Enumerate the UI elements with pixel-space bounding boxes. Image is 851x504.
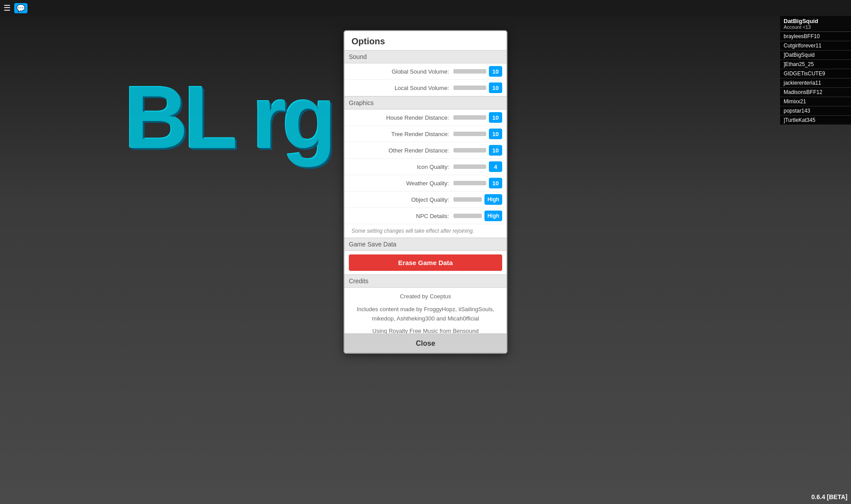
player-panel: DatBigSquid Account <13 brayleesBFF10 Cu… — [780, 16, 851, 125]
global-sound-volume-row: Global Sound Volume: 10 — [344, 63, 507, 80]
object-quality-slider[interactable] — [453, 197, 482, 202]
player-list-item: Cutgirlforever11 — [780, 41, 851, 51]
other-render-distance-label: Other Render Distance: — [351, 147, 453, 154]
global-sound-volume-label: Global Sound Volume: — [351, 68, 453, 75]
npc-details-row: NPC Details: High — [344, 208, 507, 224]
other-render-distance-control[interactable]: 10 — [453, 145, 502, 156]
icon-quality-value: 4 — [489, 161, 502, 172]
close-button[interactable]: Close — [344, 334, 507, 353]
dialog-title: Options — [344, 31, 507, 50]
object-quality-control[interactable]: High — [453, 194, 502, 205]
icon-quality-slider[interactable] — [453, 164, 486, 169]
menu-icon[interactable]: ☰ — [4, 3, 11, 13]
player-list-item: ]Ethan25_25 — [780, 60, 851, 69]
npc-details-control[interactable]: High — [453, 211, 502, 221]
sound-section-header: Sound — [344, 50, 507, 63]
npc-details-value: High — [484, 211, 502, 221]
tree-render-slider[interactable] — [453, 132, 486, 136]
weather-quality-value: 10 — [489, 178, 502, 188]
object-quality-label: Object Quality: — [351, 196, 453, 203]
house-render-distance-label: House Render Distance: — [351, 114, 453, 121]
icon-quality-control[interactable]: 4 — [453, 161, 502, 172]
player-list-item: brayleesBFF10 — [780, 32, 851, 41]
weather-quality-control[interactable]: 10 — [453, 178, 502, 188]
credits-content: Created by Coeptus Includes content made… — [344, 288, 507, 333]
dialog-body[interactable]: Sound Global Sound Volume: 10 Local Soun… — [344, 50, 507, 333]
local-sound-volume-label: Local Sound Volume: — [351, 85, 453, 91]
local-sound-value: 10 — [489, 82, 502, 93]
npc-details-slider[interactable] — [453, 214, 482, 218]
tree-render-distance-label: Tree Render Distance: — [351, 131, 453, 137]
player-list-item: ]DatBigSquid — [780, 51, 851, 60]
global-sound-value: 10 — [489, 66, 502, 77]
player-list-item: jackierenteria11 — [780, 78, 851, 88]
global-sound-volume-control[interactable]: 10 — [453, 66, 502, 77]
global-sound-slider[interactable] — [453, 69, 486, 74]
tree-render-distance-row: Tree Render Distance: 10 — [344, 126, 507, 142]
player-username: DatBigSquid — [784, 18, 847, 24]
object-quality-row: Object Quality: High — [344, 191, 507, 208]
house-render-distance-row: House Render Distance: 10 — [344, 109, 507, 126]
credits-section-header: Credits — [344, 274, 507, 288]
other-render-slider[interactable] — [453, 148, 486, 152]
icon-quality-row: Icon Quality: 4 — [344, 159, 507, 175]
player-list-item: Mimixx21 — [780, 97, 851, 106]
options-dialog: Options Sound Global Sound Volume: 10 Lo… — [344, 30, 507, 354]
modal-overlay: Options Sound Global Sound Volume: 10 Lo… — [0, 0, 851, 504]
icon-quality-label: Icon Quality: — [351, 164, 453, 170]
local-sound-slider[interactable] — [453, 86, 486, 90]
erase-game-data-button[interactable]: Erase Game Data — [349, 254, 502, 271]
graphics-section-header: Graphics — [344, 96, 507, 109]
notice-text: Some setting changes will take effect af… — [344, 224, 507, 238]
npc-details-label: NPC Details: — [351, 213, 453, 219]
house-render-distance-control[interactable]: 10 — [453, 112, 502, 123]
weather-quality-row: Weather Quality: 10 — [344, 175, 507, 191]
player-list-item: MadisonsBFF12 — [780, 88, 851, 97]
chat-icon[interactable]: 💬 — [14, 3, 27, 13]
weather-quality-label: Weather Quality: — [351, 180, 453, 187]
object-quality-value: High — [484, 194, 502, 205]
player-list-item: GIDGETisCUTE9 — [780, 69, 851, 78]
version-badge: 0.6.4 [BETA] — [812, 493, 847, 500]
player-list-item: popstar143 — [780, 106, 851, 116]
local-sound-volume-row: Local Sound Volume: 10 — [344, 80, 507, 96]
credits-line3: Using Royalty Free Music from Bensound — [351, 327, 500, 333]
local-sound-volume-control[interactable]: 10 — [453, 82, 502, 93]
current-player: DatBigSquid Account <13 — [780, 16, 851, 32]
top-bar: ☰ 💬 — [0, 0, 851, 16]
player-account-info: Account <13 — [784, 24, 847, 30]
game-save-data-section-header: Game Save Data — [344, 238, 507, 251]
other-render-value: 10 — [489, 145, 502, 156]
tree-render-distance-control[interactable]: 10 — [453, 129, 502, 139]
player-list-item: ]TurtleKat345 — [780, 116, 851, 125]
other-render-distance-row: Other Render Distance: 10 — [344, 142, 507, 159]
tree-render-value: 10 — [489, 129, 502, 139]
house-render-value: 10 — [489, 112, 502, 123]
credits-line1: Created by Coeptus — [351, 292, 500, 301]
credits-line2: Includes content made by FroggyHopz, iiS… — [351, 305, 500, 324]
house-render-slider[interactable] — [453, 115, 486, 120]
close-button-wrapper: Close — [344, 333, 507, 353]
weather-quality-slider[interactable] — [453, 181, 486, 185]
